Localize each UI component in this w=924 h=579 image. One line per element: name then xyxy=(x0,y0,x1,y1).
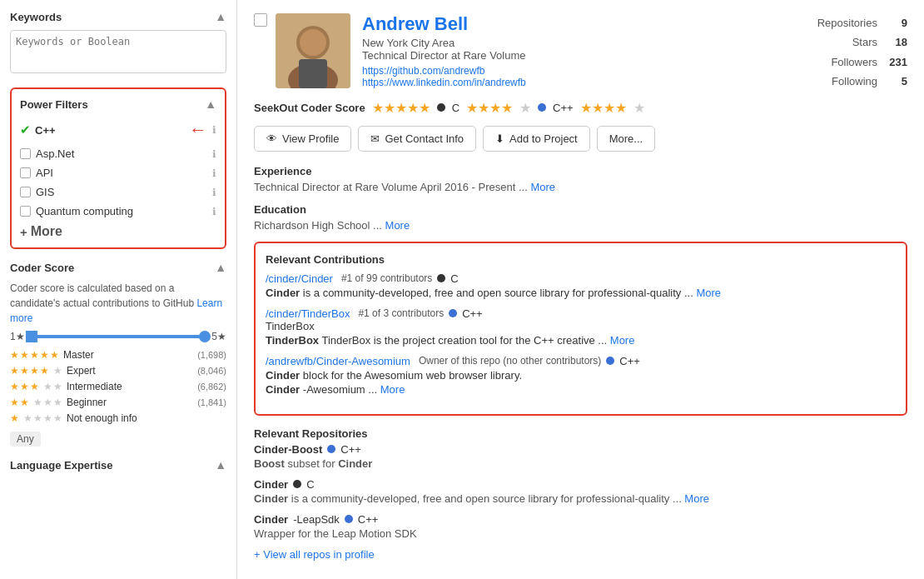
more-button[interactable]: More... xyxy=(597,126,655,152)
master-count: (1,698) xyxy=(197,350,226,360)
education-section: Education Richardson High School ... Mor… xyxy=(254,203,907,232)
cpp-checkmark-icon: ✔ xyxy=(20,122,31,137)
keywords-input[interactable] xyxy=(10,30,226,73)
cpp2-score-stars: ★★★★ xyxy=(580,100,627,116)
experience-more-link[interactable]: More xyxy=(530,181,555,193)
filter-cpp[interactable]: ✔ C++ ← ℹ xyxy=(20,119,216,141)
slider-max-label: 5★ xyxy=(211,331,226,342)
filter-gis[interactable]: GIS ℹ xyxy=(20,186,216,198)
education-title: Education xyxy=(254,203,907,216)
filter-gis-info-icon[interactable]: ℹ xyxy=(212,187,216,198)
download-icon: ⬇ xyxy=(495,132,504,145)
contributions-title: Relevant Contributions xyxy=(266,253,896,266)
score-slider-track[interactable] xyxy=(30,335,207,338)
contribution-item-2: /cinder/TinderBox #1 of 3 contributors C… xyxy=(266,307,896,347)
coder-score-toggle[interactable]: ▲ xyxy=(215,261,226,274)
envelope-icon: ✉ xyxy=(370,132,380,145)
action-buttons: 👁 View Profile ✉ Get Contact Info ⬇ Add … xyxy=(254,126,907,152)
filter-api-label: API xyxy=(36,167,212,179)
repo-name-3b: -LeapSdk xyxy=(293,513,340,526)
add-project-button[interactable]: ⬇ Add to Project xyxy=(483,126,590,152)
gis-checkbox[interactable] xyxy=(20,187,31,197)
filter-aspnet-info-icon[interactable]: ℹ xyxy=(212,148,216,160)
filter-api[interactable]: API ℹ xyxy=(20,167,216,179)
coder-score-title: Coder Score xyxy=(10,262,74,274)
linkedin-link[interactable]: https://www.linkedin.com/in/andrewfb xyxy=(362,77,817,88)
keywords-toggle[interactable]: ▲ xyxy=(215,10,226,23)
svg-point-3 xyxy=(300,29,326,56)
score-noinfo-row[interactable]: ★★★★★ Not enough info xyxy=(10,412,226,424)
coder-score-section: Coder Score ▲ Coder score is calculated … xyxy=(10,261,226,447)
power-filters-more[interactable]: + More xyxy=(20,224,216,239)
filter-api-info-icon[interactable]: ℹ xyxy=(212,167,216,179)
repo-more-2[interactable]: More xyxy=(684,492,709,505)
contrib-lang-2: C++ xyxy=(462,307,483,320)
contribution-item-3: /andrewfb/Cinder-Awesomium Owner of this… xyxy=(266,355,896,396)
contrib-more-3[interactable]: More xyxy=(380,383,405,396)
score-expert-row[interactable]: ★★★★★ Expert (8,046) xyxy=(10,365,226,377)
repos-label: Repositories xyxy=(817,13,877,32)
power-filters-toggle[interactable]: ▲ xyxy=(205,97,216,111)
master-stars: ★★★★★ xyxy=(10,349,60,361)
keywords-section: Keywords ▲ xyxy=(10,10,226,76)
cpp-lang-label: C++ xyxy=(553,102,574,114)
followers-stat: Followers 231 xyxy=(817,52,907,72)
cpp-score-stars: ★★★★ xyxy=(466,100,513,116)
noinfo-stars: ★ xyxy=(10,412,20,424)
quantum-checkbox[interactable] xyxy=(20,206,31,217)
profile-select-checkbox[interactable] xyxy=(254,13,267,27)
repo-name-3a: Cinder xyxy=(254,513,288,526)
lang-expertise-toggle[interactable]: ▲ xyxy=(215,458,226,472)
more-label: More... xyxy=(609,132,643,145)
profile-info: Andrew Bell New York City Area Technical… xyxy=(362,13,817,88)
sidebar: Keywords ▲ Power Filters ▲ ✔ C++ ← ℹ Asp… xyxy=(0,0,237,579)
following-label: Following xyxy=(832,72,877,91)
repo-item-1: Cinder-Boost C++ Boost subset for Cinder xyxy=(254,443,907,470)
github-link[interactable]: https://github.com/andrewfb xyxy=(362,65,817,77)
filter-aspnet[interactable]: Asp.Net ℹ xyxy=(20,147,216,160)
eye-icon: 👁 xyxy=(266,132,277,145)
contrib-meta-1: #1 of 99 contributors xyxy=(341,272,432,284)
contrib-name-2: TinderBox xyxy=(266,320,896,332)
c-lang-label: C xyxy=(452,102,460,114)
repo-desc-2: Cinder is a community-developed, free an… xyxy=(254,492,907,505)
contrib-desc-1: Cinder is a community-developed, free an… xyxy=(266,287,896,299)
score-intermediate-row[interactable]: ★★★★★ Intermediate (6,862) xyxy=(10,381,226,392)
expert-stars-dim: ★ xyxy=(53,365,63,377)
noinfo-label: Not enough info xyxy=(67,412,226,424)
contrib-more-1[interactable]: More xyxy=(696,287,721,299)
view-profile-button[interactable]: 👁 View Profile xyxy=(254,126,351,152)
repo-name-line-2: Cinder C xyxy=(254,478,907,491)
contrib-lang-dot-3 xyxy=(606,357,614,365)
get-contact-button[interactable]: ✉ Get Contact Info xyxy=(358,126,476,152)
experience-title: Experience xyxy=(254,165,907,177)
contrib-more-2[interactable]: More xyxy=(610,334,635,347)
cpp2-score-dim: ★ xyxy=(633,100,645,116)
cpp-score-stars-dim: ★ xyxy=(519,100,531,116)
repos-value: 9 xyxy=(882,13,907,32)
education-more-link[interactable]: More xyxy=(385,219,410,232)
contrib-repo-link-2[interactable]: /cinder/TinderBox xyxy=(266,307,350,320)
profile-location: New York City Area xyxy=(362,37,817,49)
intermediate-stars: ★★★ xyxy=(10,381,40,392)
view-all-repos-link[interactable]: + View all repos in profile xyxy=(254,548,907,561)
filter-quantum-info-icon[interactable]: ℹ xyxy=(212,206,216,217)
score-master-row[interactable]: ★★★★★ Master (1,698) xyxy=(10,349,226,361)
master-label: Master xyxy=(63,349,194,361)
beginner-label: Beginner xyxy=(67,397,194,408)
filter-cpp-info-icon[interactable]: ℹ xyxy=(212,124,216,136)
keywords-title: Keywords xyxy=(10,11,62,23)
beginner-stars: ★★ xyxy=(10,397,30,408)
api-checkbox[interactable] xyxy=(20,167,31,178)
contrib-repo-link-1[interactable]: /cinder/Cinder xyxy=(266,272,333,285)
contrib-desc-3: Cinder block for the Awesomium web brows… xyxy=(266,369,896,382)
filter-quantum[interactable]: Quantum computing ℹ xyxy=(20,205,216,217)
repos-stat: Repositories 9 xyxy=(817,13,907,32)
repo-lang-1: C++ xyxy=(340,443,361,456)
profile-avatar xyxy=(276,13,350,88)
contrib-repo-link-3[interactable]: /andrewfb/Cinder-Awesomium xyxy=(266,355,410,367)
repo-dot-2 xyxy=(293,480,301,488)
aspnet-checkbox[interactable] xyxy=(20,148,31,159)
any-badge[interactable]: Any xyxy=(10,432,41,447)
score-beginner-row[interactable]: ★★★★★ Beginner (1,841) xyxy=(10,397,226,408)
